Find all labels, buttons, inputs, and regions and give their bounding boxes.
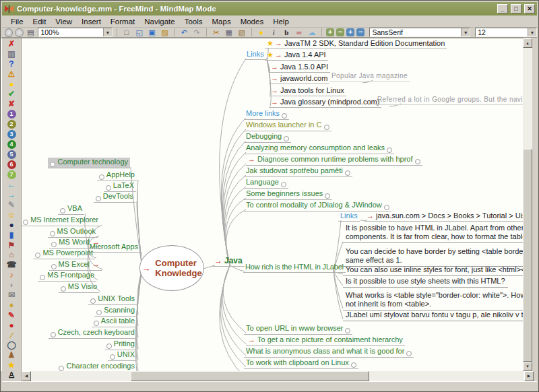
node-ascii-table[interactable]: Ascii table: [92, 317, 137, 327]
node-ms-word[interactable]: MS Word→: [49, 238, 102, 249]
node-java-tools-linux[interactable]: →Java tools for Linux: [269, 86, 346, 96]
node-table-border-text[interactable]: You can decide to have border by setting…: [343, 247, 524, 267]
forward-icon[interactable]: →: [7, 190, 17, 200]
font-family-combobox[interactable]: SansSerif▼: [369, 28, 470, 37]
remove-child-node-button[interactable]: −: [356, 28, 364, 36]
node-character-encodings[interactable]: Character encodings: [57, 362, 137, 371]
node-debugging[interactable]: Debugging: [244, 132, 291, 143]
menu-file[interactable]: File: [6, 16, 28, 27]
ok-icon[interactable]: ✔: [7, 89, 17, 99]
pencil-icon[interactable]: ✎: [7, 311, 17, 321]
node-language[interactable]: Language: [244, 178, 288, 189]
menu-insert[interactable]: Insert: [77, 16, 106, 27]
node-ms-visio[interactable]: MS Visio: [59, 282, 99, 293]
node-anonymous-class[interactable]: What is anonymous class and what it is g…: [244, 347, 414, 358]
node-inline-styles-text[interactable]: You can also use inline styles for font,…: [343, 265, 524, 276]
delete-node-button[interactable]: −: [336, 28, 344, 36]
node-ms-frontpage[interactable]: MS Frontpage: [38, 271, 96, 282]
node-jlabel-czech-text[interactable]: JLabel umí stylovat barvu fontu v tagu p…: [343, 311, 524, 321]
node-unix-tools[interactable]: UNIX Tools: [88, 294, 137, 305]
menu-format[interactable]: Format: [106, 16, 139, 27]
node-ms-excel[interactable]: MS Excel→: [49, 260, 102, 271]
chevron-down-icon[interactable]: ▼: [461, 28, 470, 36]
chevron-down-icon[interactable]: ▼: [528, 28, 536, 36]
delete-icon[interactable]: ✗: [7, 39, 17, 49]
node-more-links[interactable]: More links: [244, 109, 289, 120]
node-latex[interactable]: LaTeX: [104, 181, 136, 192]
node-modality[interactable]: To control modality of JDialog & JWindow: [244, 201, 391, 211]
node-java-sdk-doc[interactable]: ★→JavaTM 2 SDK, Standard Edition Documen…: [265, 39, 447, 49]
new-map-button[interactable]: □: [121, 28, 132, 37]
undo-button[interactable]: ↶: [179, 28, 189, 37]
open-map-button[interactable]: ◱: [134, 28, 145, 37]
menu-view[interactable]: View: [51, 16, 77, 27]
node-unix[interactable]: UNIX: [108, 350, 137, 361]
menu-edit[interactable]: Edit: [28, 16, 51, 27]
node-computer-technology[interactable]: Computer technology: [48, 158, 130, 168]
cloud-button[interactable]: ☁: [307, 28, 317, 37]
number-1-icon[interactable]: 1: [7, 110, 16, 119]
maximize-button[interactable]: □: [511, 4, 521, 13]
magnifier-icon[interactable]: ◯: [7, 340, 17, 350]
smiley-icon[interactable]: ☺: [7, 210, 17, 220]
previous-map-button[interactable]: [5, 28, 13, 37]
node-border-color-text[interactable]: What works is <table style="border-color…: [343, 291, 524, 311]
node-java[interactable]: →Java: [212, 257, 245, 267]
italic-button[interactable]: i: [268, 28, 279, 37]
menu-maps[interactable]: Maps: [208, 16, 236, 27]
menu-help[interactable]: Help: [268, 16, 294, 27]
new-parent-node-button[interactable]: +: [326, 28, 334, 36]
node-sun-breadcrumb[interactable]: →java.sun.com > Docs > Books > Tutorial …: [364, 211, 524, 222]
node-style-sheets-question[interactable]: Is it possible to use style sheets with …: [343, 277, 508, 288]
next-map-button[interactable]: [15, 28, 23, 37]
music-icon[interactable]: ♪: [7, 270, 17, 280]
mouse-icon[interactable]: ◗: [7, 280, 17, 290]
node-vba[interactable]: VBA: [58, 204, 84, 215]
horizontal-scrollbar[interactable]: ◀ ▶: [22, 371, 534, 381]
redo-button[interactable]: ↷: [191, 28, 202, 37]
scroll-left-button[interactable]: ◀: [22, 371, 31, 381]
bomb-icon[interactable]: ●: [7, 220, 17, 230]
chevron-down-icon[interactable]: ▼: [103, 28, 112, 36]
node-hprof[interactable]: →Diagnose common runtime problems with h…: [246, 155, 422, 166]
save-button[interactable]: ▣: [147, 28, 158, 37]
scroll-down-button[interactable]: ▼: [523, 362, 532, 371]
vertical-scroll-thumb[interactable]: [523, 149, 532, 362]
mindmap-canvas[interactable]: → ComputerKnowledge →Java Links ★→JavaTM…: [1, 38, 524, 371]
help-icon[interactable]: ?: [7, 59, 17, 69]
wizard-icon[interactable]: ∕: [7, 331, 17, 341]
back-icon[interactable]: ←: [7, 180, 17, 190]
vertical-scrollbar[interactable]: ▲ ▼: [523, 38, 532, 371]
node-memory-leaks[interactable]: Analyzing memory consumption and leaks: [244, 143, 394, 154]
idea-icon[interactable]: ●: [7, 79, 17, 90]
node-ms-internet-explorer[interactable]: MS Internet Explorer: [21, 216, 100, 226]
stop-light-icon[interactable]: ●: [7, 321, 17, 331]
penguin-icon[interactable]: ♙: [7, 370, 17, 381]
menu-modes[interactable]: Modes: [236, 16, 269, 27]
phone-icon[interactable]: ☎: [7, 260, 17, 270]
number-7-icon[interactable]: 7: [7, 170, 16, 179]
node-scanning[interactable]: Scanning: [94, 306, 137, 317]
node-links-2[interactable]: Links: [338, 211, 360, 222]
home-icon[interactable]: ⌂: [7, 250, 17, 260]
note-javaworld[interactable]: Popular Java magazine: [329, 71, 410, 81]
node-windows-launcher[interactable]: Windows launcher in C: [244, 121, 331, 131]
node-links[interactable]: Links: [245, 50, 266, 60]
flag-icon[interactable]: ⚑: [7, 240, 17, 251]
number-6-icon[interactable]: 6: [7, 160, 16, 169]
node-priting[interactable]: Priting: [104, 339, 137, 350]
close-button[interactable]: ✕: [524, 4, 535, 13]
node-java-glossary[interactable]: →Java glossary (mindprod.com): [269, 98, 381, 108]
horizontal-scroll-thumb[interactable]: [131, 371, 369, 381]
node-ms-outlook[interactable]: MS Outlook: [48, 227, 98, 238]
scroll-up-button[interactable]: ▲: [523, 38, 532, 48]
new-child-node-button[interactable]: +: [346, 28, 354, 36]
node-java14-api[interactable]: ★→Java 1.4 API: [265, 51, 328, 61]
link-button[interactable]: ∞: [294, 28, 305, 37]
star-icon[interactable]: ★: [7, 360, 17, 370]
node-javaworld[interactable]: →javaworld.com: [269, 74, 329, 84]
root-node[interactable]: → ComputerKnowledge: [139, 245, 204, 291]
menu-navigate[interactable]: Navigate: [139, 16, 179, 27]
save-as-button[interactable]: ▨: [159, 28, 170, 37]
zoom-combobox[interactable]: 100%▼: [38, 28, 113, 37]
